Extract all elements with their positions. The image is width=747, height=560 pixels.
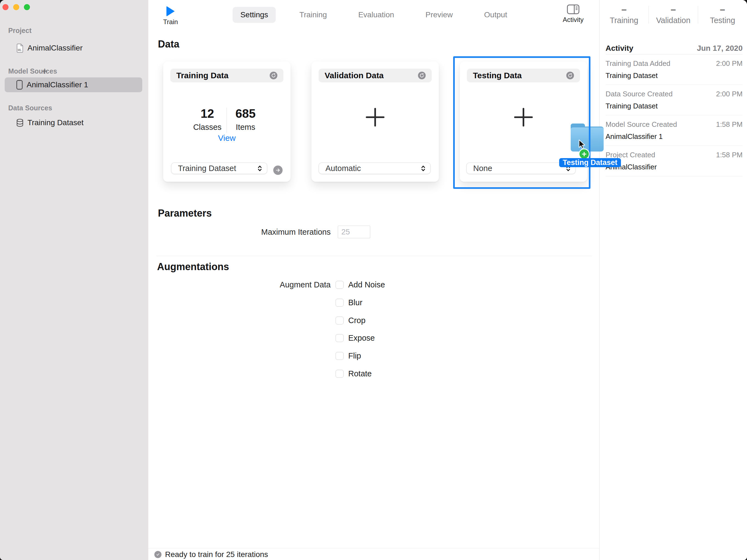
blur-checkbox[interactable] [336, 299, 343, 306]
event-title: Data Source Created [606, 90, 673, 98]
database-icon [16, 118, 24, 127]
plus-icon [514, 108, 533, 127]
event-time: 1:58 PM [716, 151, 743, 159]
augment-option-expose: Expose [336, 334, 375, 342]
tab-bar: Settings Training Evaluation Preview Out… [148, 0, 599, 29]
card-title: Training Data [176, 71, 270, 80]
sidebar-section-project: Project [8, 27, 32, 34]
view-link[interactable]: View [163, 133, 290, 143]
section-divider [157, 256, 592, 256]
validation-stat-value: – [649, 4, 698, 14]
augment-option-add-noise: Add Noise [336, 281, 385, 289]
dragged-folder-icon[interactable] [571, 124, 603, 152]
add-model-source-button[interactable]: + [42, 66, 48, 76]
refresh-icon[interactable] [270, 72, 277, 79]
expose-checkbox[interactable] [336, 334, 343, 342]
training-stat: – Training [599, 4, 648, 25]
event-subject: AnimalClassifier [606, 163, 743, 171]
items-label: Items [229, 123, 262, 132]
rotate-checkbox[interactable] [336, 370, 343, 378]
items-stat: 685 Items [229, 107, 262, 132]
augment-data-label: Augment Data [148, 281, 331, 289]
event-title: Training Data Added [606, 59, 670, 68]
validation-stat-label: Validation [649, 16, 698, 25]
status-bar-divider [148, 548, 599, 549]
flip-checkbox[interactable] [336, 352, 343, 360]
classes-value: 12 [191, 107, 224, 121]
accuracy-stats: – Training – Validation – Testing [599, 0, 747, 29]
drag-item-label: Testing Dataset [559, 158, 621, 167]
checkbox-label: Crop [348, 316, 365, 325]
validation-stat: – Validation [649, 4, 698, 25]
refresh-icon[interactable] [566, 72, 574, 79]
checkmark-icon [154, 551, 161, 558]
activity-event: Project Created 1:58 PM AnimalClassifier [606, 146, 743, 176]
augment-option-flip: Flip [336, 352, 361, 360]
add-noise-checkbox[interactable] [336, 281, 343, 289]
testing-stat-label: Testing [698, 16, 747, 25]
sidebar-item-label: Training Dataset [27, 118, 83, 127]
add-validation-data-target[interactable] [365, 108, 385, 128]
max-iterations-input[interactable]: 25 [338, 225, 370, 238]
tab-output[interactable]: Output [476, 7, 515, 23]
sidebar-item-project-animalclassifier[interactable]: ML AnimalClassifier [5, 41, 142, 55]
model-document-icon [16, 80, 23, 90]
sidebar-section-model-sources: Model Sources + [8, 68, 57, 75]
activity-panel: – Training – Validation – Testing Activi… [599, 0, 747, 560]
sidebar-item-training-dataset[interactable]: Training Dataset [5, 115, 142, 130]
svg-text:ML: ML [18, 49, 22, 52]
event-title: Model Source Created [606, 120, 677, 129]
checkbox-label: Flip [348, 351, 361, 361]
drag-add-badge: + [578, 149, 590, 159]
data-section-title: Data [158, 38, 179, 50]
arrow-right-icon [275, 167, 281, 173]
minimize-window-button[interactable] [13, 4, 19, 10]
testing-stat: – Testing [698, 4, 747, 25]
training-data-header: Training Data [170, 69, 283, 82]
close-window-button[interactable] [2, 4, 8, 10]
augment-option-blur: Blur [336, 298, 362, 306]
zoom-window-button[interactable] [24, 4, 30, 10]
augment-option-crop: Crop [336, 316, 365, 324]
activity-event: Training Data Added 2:00 PM Training Dat… [606, 54, 743, 85]
chevron-up-down-icon [420, 165, 426, 172]
augmentations-section-title: Augmentations [157, 261, 229, 273]
checkbox-label: Rotate [348, 369, 371, 378]
tab-preview[interactable]: Preview [418, 7, 461, 23]
tab-settings[interactable]: Settings [233, 7, 276, 23]
open-data-source-button[interactable] [273, 165, 283, 175]
sidebar-section-data-sources: Data Sources [8, 104, 52, 111]
status-bar: Ready to train for 25 iterations [154, 550, 268, 559]
event-time: 1:58 PM [716, 120, 743, 129]
sidebar-item-label: AnimalClassifier [27, 44, 83, 52]
classes-stat: 12 Classes [191, 107, 224, 132]
parameters-section-title: Parameters [158, 208, 212, 219]
activity-event: Data Source Created 2:00 PM Training Dat… [606, 85, 743, 115]
activity-button-label: Activity [558, 16, 588, 24]
add-testing-data-target[interactable] [514, 108, 533, 128]
window-controls [2, 4, 30, 10]
max-iterations-value: 25 [341, 228, 350, 236]
activity-header-title: Activity [606, 44, 633, 53]
activity-event-list: Training Data Added 2:00 PM Training Dat… [606, 54, 743, 176]
tab-evaluation[interactable]: Evaluation [351, 7, 402, 23]
training-data-source-dropdown[interactable]: Training Dataset [171, 162, 267, 174]
activity-header-date: Jun 17, 2020 [697, 44, 743, 53]
testing-data-header: Testing Data [467, 69, 580, 82]
sidebar: Project ML AnimalClassifier Model Source… [0, 0, 148, 560]
event-time: 2:00 PM [716, 59, 743, 68]
validation-data-source-dropdown[interactable]: Automatic [318, 162, 431, 174]
activity-header: Activity Jun 17, 2020 [606, 43, 743, 54]
sidebar-item-model-animalclassifier-1[interactable]: AnimalClassifier 1 [5, 77, 142, 92]
stat-divider [227, 108, 227, 133]
augment-option-rotate: Rotate [336, 370, 371, 378]
validation-data-header: Validation Data [318, 69, 432, 82]
tab-training[interactable]: Training [292, 7, 335, 23]
activity-toggle-button[interactable]: Activity [558, 4, 588, 24]
training-stat-value: – [599, 4, 648, 14]
event-time: 2:00 PM [716, 90, 743, 98]
crop-checkbox[interactable] [336, 317, 343, 324]
refresh-icon[interactable] [418, 72, 426, 79]
checkbox-label: Blur [348, 298, 362, 307]
max-iterations-label: Maximum Iterations [148, 228, 331, 236]
